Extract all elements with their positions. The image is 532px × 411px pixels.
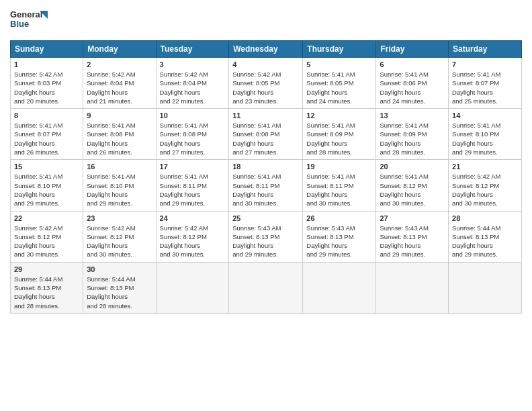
day-number: 23 — [87, 214, 152, 222]
calendar-day-cell: 21Sunrise: 5:42 AMSunset: 8:12 PMDayligh… — [449, 160, 522, 211]
day-number: 25 — [232, 214, 299, 222]
day-info: Sunrise: 5:41 AMSunset: 8:11 PMDaylight … — [160, 172, 226, 208]
day-info: Sunrise: 5:41 AMSunset: 8:07 PMDaylight … — [452, 70, 518, 105]
calendar-day-cell: 3Sunrise: 5:42 AMSunset: 8:04 PMDaylight… — [156, 58, 229, 109]
calendar-day-cell: 6Sunrise: 5:41 AMSunset: 8:06 PMDaylight… — [376, 58, 449, 109]
page: General Blue SundayMondayTuesdayWednesda… — [0, 0, 532, 411]
day-number: 18 — [232, 163, 299, 171]
day-number: 20 — [380, 163, 445, 171]
day-info: Sunrise: 5:41 AMSunset: 8:10 PMDaylight … — [452, 121, 518, 156]
day-number: 10 — [160, 111, 226, 120]
calendar-day-cell: 2Sunrise: 5:42 AMSunset: 8:04 PMDaylight… — [83, 58, 156, 109]
day-info: Sunrise: 5:42 AMSunset: 8:04 PMDaylight … — [87, 70, 152, 105]
calendar-day-cell — [303, 262, 376, 313]
day-info: Sunrise: 5:44 AMSunset: 8:13 PMDaylight … — [14, 275, 79, 310]
calendar-day-cell: 17Sunrise: 5:41 AMSunset: 8:11 PMDayligh… — [156, 160, 229, 211]
calendar-header-monday: Monday — [83, 41, 156, 58]
day-info: Sunrise: 5:43 AMSunset: 8:13 PMDaylight … — [380, 224, 445, 259]
day-info: Sunrise: 5:42 AMSunset: 8:03 PMDaylight … — [14, 70, 79, 105]
calendar-day-cell: 11Sunrise: 5:41 AMSunset: 8:08 PMDayligh… — [229, 109, 303, 160]
day-number: 28 — [452, 214, 518, 222]
calendar-week-row: 15Sunrise: 5:41 AMSunset: 8:10 PMDayligh… — [11, 160, 522, 211]
day-number: 19 — [306, 163, 372, 171]
svg-text:Blue: Blue — [10, 19, 29, 29]
calendar-week-row: 29Sunrise: 5:44 AMSunset: 8:13 PMDayligh… — [11, 262, 522, 313]
calendar-day-cell: 18Sunrise: 5:41 AMSunset: 8:11 PMDayligh… — [229, 160, 303, 211]
day-number: 2 — [87, 60, 152, 68]
calendar-day-cell: 23Sunrise: 5:42 AMSunset: 8:12 PMDayligh… — [83, 211, 156, 262]
day-info: Sunrise: 5:41 AMSunset: 8:08 PMDaylight … — [232, 121, 299, 156]
calendar-day-cell: 25Sunrise: 5:43 AMSunset: 8:13 PMDayligh… — [229, 211, 303, 262]
day-info: Sunrise: 5:41 AMSunset: 8:12 PMDaylight … — [380, 172, 445, 208]
calendar-day-cell: 27Sunrise: 5:43 AMSunset: 8:13 PMDayligh… — [376, 211, 449, 262]
day-info: Sunrise: 5:42 AMSunset: 8:05 PMDaylight … — [232, 70, 299, 105]
calendar-week-row: 8Sunrise: 5:41 AMSunset: 8:07 PMDaylight… — [11, 109, 522, 160]
day-number: 22 — [14, 214, 79, 222]
day-number: 27 — [380, 214, 445, 222]
day-info: Sunrise: 5:43 AMSunset: 8:13 PMDaylight … — [232, 224, 299, 259]
logo: General Blue — [10, 7, 50, 35]
day-number: 4 — [232, 60, 299, 68]
calendar-header-tuesday: Tuesday — [156, 41, 229, 58]
day-info: Sunrise: 5:42 AMSunset: 8:12 PMDaylight … — [87, 224, 152, 259]
day-info: Sunrise: 5:41 AMSunset: 8:11 PMDaylight … — [306, 172, 372, 208]
day-number: 15 — [14, 163, 79, 171]
calendar-day-cell: 16Sunrise: 5:41 AMSunset: 8:10 PMDayligh… — [83, 160, 156, 211]
day-number: 26 — [306, 214, 372, 222]
day-number: 29 — [14, 265, 79, 273]
day-number: 14 — [452, 111, 518, 120]
day-info: Sunrise: 5:41 AMSunset: 8:10 PMDaylight … — [14, 172, 79, 208]
day-info: Sunrise: 5:43 AMSunset: 8:13 PMDaylight … — [306, 224, 372, 259]
day-info: Sunrise: 5:41 AMSunset: 8:09 PMDaylight … — [380, 121, 445, 156]
calendar-day-cell: 24Sunrise: 5:42 AMSunset: 8:12 PMDayligh… — [156, 211, 229, 262]
day-number: 21 — [452, 163, 518, 171]
day-info: Sunrise: 5:42 AMSunset: 8:12 PMDaylight … — [160, 224, 226, 259]
calendar-day-cell — [229, 262, 303, 313]
calendar-day-cell — [156, 262, 229, 313]
logo-svg: General Blue — [10, 7, 50, 32]
day-info: Sunrise: 5:44 AMSunset: 8:13 PMDaylight … — [452, 224, 518, 259]
calendar-header-wednesday: Wednesday — [229, 41, 303, 58]
day-info: Sunrise: 5:41 AMSunset: 8:05 PMDaylight … — [306, 70, 372, 105]
calendar-day-cell — [449, 262, 522, 313]
day-info: Sunrise: 5:41 AMSunset: 8:11 PMDaylight … — [232, 172, 299, 208]
calendar-day-cell: 15Sunrise: 5:41 AMSunset: 8:10 PMDayligh… — [11, 160, 83, 211]
day-number: 1 — [14, 60, 79, 68]
day-number: 8 — [14, 111, 79, 120]
calendar-day-cell: 30Sunrise: 5:44 AMSunset: 8:13 PMDayligh… — [83, 262, 156, 313]
calendar-header-friday: Friday — [376, 41, 449, 58]
svg-text:General: General — [10, 9, 42, 19]
day-number: 30 — [87, 265, 152, 273]
day-number: 5 — [306, 60, 372, 68]
calendar-table: SundayMondayTuesdayWednesdayThursdayFrid… — [10, 40, 522, 314]
calendar-day-cell: 4Sunrise: 5:42 AMSunset: 8:05 PMDaylight… — [229, 58, 303, 109]
header: General Blue — [10, 7, 522, 35]
calendar-day-cell: 19Sunrise: 5:41 AMSunset: 8:11 PMDayligh… — [303, 160, 376, 211]
calendar-day-cell: 26Sunrise: 5:43 AMSunset: 8:13 PMDayligh… — [303, 211, 376, 262]
calendar-day-cell: 20Sunrise: 5:41 AMSunset: 8:12 PMDayligh… — [376, 160, 449, 211]
calendar-day-cell: 1Sunrise: 5:42 AMSunset: 8:03 PMDaylight… — [11, 58, 83, 109]
calendar-day-cell: 14Sunrise: 5:41 AMSunset: 8:10 PMDayligh… — [449, 109, 522, 160]
day-number: 6 — [380, 60, 445, 68]
day-info: Sunrise: 5:41 AMSunset: 8:08 PMDaylight … — [87, 121, 152, 156]
day-info: Sunrise: 5:41 AMSunset: 8:10 PMDaylight … — [87, 172, 152, 208]
calendar-day-cell — [376, 262, 449, 313]
calendar-header-saturday: Saturday — [449, 41, 522, 58]
day-info: Sunrise: 5:41 AMSunset: 8:08 PMDaylight … — [160, 121, 226, 156]
calendar-day-cell: 13Sunrise: 5:41 AMSunset: 8:09 PMDayligh… — [376, 109, 449, 160]
calendar-day-cell: 28Sunrise: 5:44 AMSunset: 8:13 PMDayligh… — [449, 211, 522, 262]
day-number: 13 — [380, 111, 445, 120]
day-info: Sunrise: 5:41 AMSunset: 8:09 PMDaylight … — [306, 121, 372, 156]
calendar-day-cell: 7Sunrise: 5:41 AMSunset: 8:07 PMDaylight… — [449, 58, 522, 109]
calendar-header-row: SundayMondayTuesdayWednesdayThursdayFrid… — [11, 41, 522, 58]
calendar-week-row: 1Sunrise: 5:42 AMSunset: 8:03 PMDaylight… — [11, 58, 522, 109]
day-number: 3 — [160, 60, 226, 68]
calendar-day-cell: 22Sunrise: 5:42 AMSunset: 8:12 PMDayligh… — [11, 211, 83, 262]
calendar-header-sunday: Sunday — [11, 41, 83, 58]
calendar-day-cell: 5Sunrise: 5:41 AMSunset: 8:05 PMDaylight… — [303, 58, 376, 109]
calendar-header-thursday: Thursday — [303, 41, 376, 58]
day-number: 17 — [160, 163, 226, 171]
day-info: Sunrise: 5:44 AMSunset: 8:13 PMDaylight … — [87, 275, 152, 310]
day-number: 24 — [160, 214, 226, 222]
day-number: 12 — [306, 111, 372, 120]
